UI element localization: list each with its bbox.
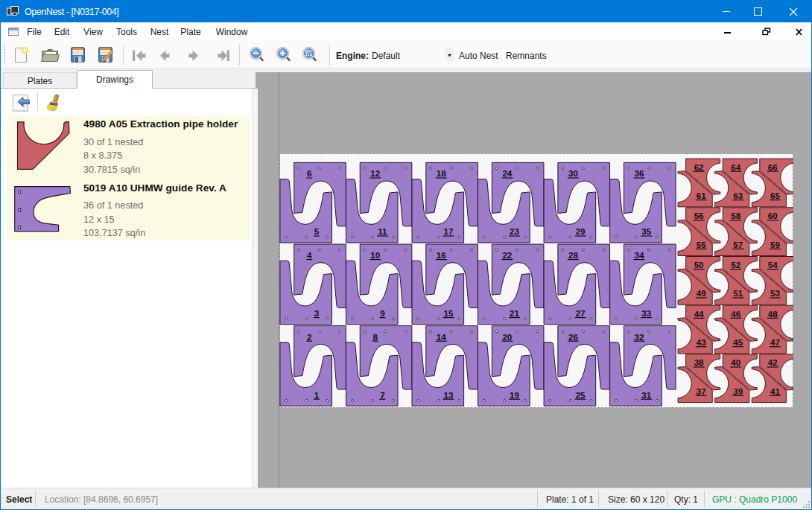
svg-text:18: 18 — [437, 168, 446, 178]
svg-text:26: 26 — [568, 332, 578, 342]
svg-text:36: 36 — [634, 168, 644, 178]
svg-text:14: 14 — [437, 332, 446, 342]
svg-text:12: 12 — [370, 168, 380, 178]
svg-text:64: 64 — [731, 162, 740, 172]
svg-text:56: 56 — [694, 211, 704, 220]
svg-text:58: 58 — [731, 211, 740, 220]
svg-text:43: 43 — [697, 337, 706, 347]
svg-text:52: 52 — [731, 260, 740, 270]
svg-text:54: 54 — [768, 260, 778, 270]
svg-text:11: 11 — [378, 226, 387, 236]
svg-text:35: 35 — [641, 226, 651, 236]
svg-text:22: 22 — [502, 250, 512, 260]
svg-text:62: 62 — [694, 162, 704, 172]
svg-text:63: 63 — [733, 191, 743, 200]
svg-text:37: 37 — [697, 386, 706, 396]
svg-text:50: 50 — [694, 260, 704, 270]
svg-text:40: 40 — [731, 357, 740, 367]
svg-text:28: 28 — [568, 250, 578, 260]
svg-text:8: 8 — [373, 332, 378, 342]
svg-text:2: 2 — [307, 332, 311, 342]
svg-text:3: 3 — [314, 308, 320, 318]
svg-text:55: 55 — [697, 240, 706, 249]
svg-text:61: 61 — [697, 191, 706, 200]
svg-text:32: 32 — [634, 332, 644, 342]
svg-text:23: 23 — [510, 226, 519, 236]
svg-text:44: 44 — [694, 309, 704, 319]
svg-text:49: 49 — [697, 288, 706, 298]
svg-text:5: 5 — [314, 226, 320, 236]
svg-text:41: 41 — [770, 386, 780, 396]
svg-text:9: 9 — [380, 308, 385, 318]
svg-text:57: 57 — [733, 240, 743, 249]
svg-text:4: 4 — [307, 250, 312, 260]
svg-text:16: 16 — [437, 250, 446, 260]
svg-text:27: 27 — [576, 308, 586, 318]
svg-text:47: 47 — [770, 337, 780, 347]
svg-text:13: 13 — [444, 390, 454, 400]
svg-text:7: 7 — [380, 390, 384, 400]
svg-text:53: 53 — [770, 288, 780, 298]
svg-text:6: 6 — [307, 168, 312, 178]
svg-text:17: 17 — [444, 226, 454, 236]
svg-text:21: 21 — [510, 308, 519, 318]
svg-text:34: 34 — [634, 250, 644, 260]
svg-text:60: 60 — [768, 211, 778, 220]
svg-text:65: 65 — [770, 191, 780, 200]
svg-text:45: 45 — [733, 337, 743, 347]
svg-text:1: 1 — [314, 390, 320, 400]
svg-text:66: 66 — [768, 162, 778, 172]
svg-text:42: 42 — [768, 357, 778, 367]
svg-text:39: 39 — [733, 386, 743, 396]
svg-text:15: 15 — [444, 308, 454, 318]
svg-text:46: 46 — [731, 309, 740, 319]
svg-text:29: 29 — [576, 226, 586, 236]
svg-text:48: 48 — [768, 309, 778, 319]
svg-text:25: 25 — [576, 390, 586, 400]
svg-text:31: 31 — [641, 390, 651, 400]
svg-text:19: 19 — [510, 390, 519, 400]
svg-text:20: 20 — [502, 332, 512, 342]
svg-text:24: 24 — [502, 168, 512, 178]
svg-text:59: 59 — [770, 240, 780, 249]
svg-text:38: 38 — [694, 357, 704, 367]
svg-text:10: 10 — [370, 250, 380, 260]
svg-text:51: 51 — [733, 288, 743, 298]
svg-text:30: 30 — [568, 168, 578, 178]
svg-text:33: 33 — [641, 308, 651, 318]
